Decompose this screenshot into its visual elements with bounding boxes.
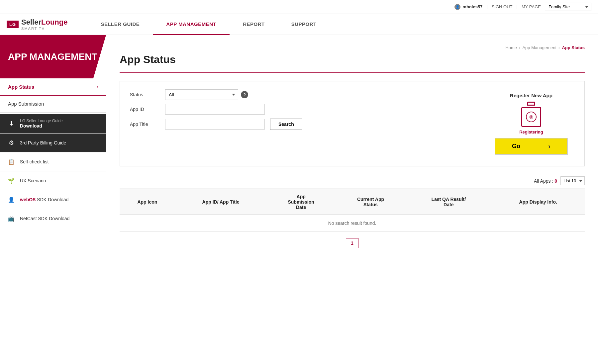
divider2: | (517, 4, 518, 9)
app-title-input[interactable] (165, 119, 265, 130)
pagination: 1 (120, 238, 585, 248)
search-section: Status All Registered In Review Publishe… (120, 81, 585, 166)
no-result-row: No search result found. (120, 215, 585, 231)
go-button-label: Go (512, 143, 520, 150)
logo-seller-lounge: SellerLounge (21, 18, 67, 27)
col-app-id-title: App ID/ App Title (175, 189, 267, 215)
go-chevron-icon: › (548, 142, 550, 150)
search-form: Status All Registered In Review Publishe… (130, 89, 475, 134)
register-area: Register New App ® Registering Go › (488, 89, 574, 158)
app-title-row: App Title Search (130, 119, 475, 130)
breadcrumb-sep1: › (519, 45, 520, 50)
list-select[interactable]: List 10 List 20 List 30 (560, 176, 585, 185)
webos-label: webOS (20, 197, 36, 202)
all-apps-count: 0 (554, 178, 557, 184)
page-title: App Status (120, 53, 585, 66)
nav-items: SELLER GUIDE APP MANAGEMENT REPORT SUPPO… (87, 14, 591, 35)
search-button[interactable]: Search (270, 119, 302, 130)
nav-support[interactable]: SUPPORT (278, 14, 330, 35)
register-icon-handle (527, 102, 535, 106)
ux-icon: 🌱 (7, 176, 16, 185)
go-button[interactable]: Go › (495, 138, 568, 155)
register-icon-box: ® (521, 107, 541, 127)
breadcrumb-app-management: App Management (522, 45, 556, 50)
data-table: App Icon App ID/ App Title AppSubmission… (120, 189, 585, 231)
checklist-icon: 📋 (7, 157, 16, 166)
breadcrumb-home: Home (505, 45, 517, 50)
sidebar: APP MANAGEMENT App Status › App Submissi… (0, 35, 106, 359)
divider: | (486, 4, 487, 9)
mypage-link[interactable]: MY PAGE (522, 4, 541, 9)
title-underline (120, 72, 585, 73)
col-app-icon: App Icon (120, 189, 175, 215)
logo-text: SellerLounge SMART TV (21, 18, 67, 31)
status-select-wrap: All Registered In Review Published Rejec… (165, 89, 248, 100)
logo-smart-tv: SMART TV (21, 27, 67, 31)
ux-scenario-label: UX Scenario (20, 178, 46, 183)
nav-app-management[interactable]: APP MANAGEMENT (153, 14, 230, 35)
col-current-status: Current AppStatus (336, 189, 406, 215)
sidebar-link-lg-guide[interactable]: ⬇ LG Seller Lounge Guide Download (0, 114, 106, 134)
breadcrumb: Home › App Management › App Status (120, 45, 585, 50)
username: mboles57 (462, 4, 482, 9)
table-header-row: App Icon App ID/ App Title AppSubmission… (120, 189, 585, 215)
sidebar-menu: App Status › App Submission (0, 78, 106, 113)
netcast-icon: 📺 (7, 214, 16, 223)
app-id-row: App ID (130, 104, 475, 115)
chevron-right-icon: › (96, 84, 98, 90)
logo-area: LG SellerLounge SMART TV (7, 14, 74, 35)
gear-icon: ⚙ (7, 138, 16, 147)
nav-report[interactable]: REPORT (230, 14, 278, 35)
sidebar-item-app-status[interactable]: App Status › (0, 78, 106, 96)
status-label: Status (130, 92, 160, 97)
user-icon: 👤 (454, 4, 460, 10)
logo-lg: LG (7, 21, 19, 28)
self-check-label: Self-check list (20, 159, 49, 164)
status-select[interactable]: All Registered In Review Published Rejec… (165, 89, 238, 100)
family-site-select[interactable]: Family Site (545, 3, 591, 11)
app-id-input[interactable] (165, 104, 265, 115)
register-icon-inner: ® (526, 112, 537, 122)
sidebar-link-webos-sdk[interactable]: 👤 webOS SDK Download (0, 190, 106, 209)
app-title-label: App Title (130, 122, 160, 127)
page-1-button[interactable]: 1 (346, 238, 358, 248)
sidebar-link-self-check[interactable]: 📋 Self-check list (0, 152, 106, 171)
webos-sdk-label: SDK Download (37, 197, 68, 202)
billing-guide-label: 3rd Party Billing Guide (20, 140, 66, 145)
col-qa-result: Last QA Result/Date (406, 189, 491, 215)
no-result-message: No search result found. (120, 215, 585, 231)
top-bar: 👤 mboles57 | SIGN OUT | MY PAGE Family S… (0, 0, 598, 14)
main-content: Home › App Management › App Status App S… (106, 35, 598, 359)
user-info: 👤 mboles57 (454, 4, 482, 10)
sidebar-item-app-submission[interactable]: App Submission (0, 96, 106, 112)
sidebar-link-netcast-sdk[interactable]: 📺 NetCast SDK Download (0, 209, 106, 228)
register-icon-label: Registering (519, 130, 543, 135)
lg-guide-label: Download (20, 123, 63, 129)
status-row: Status All Registered In Review Publishe… (130, 89, 475, 100)
sidebar-link-billing-guide[interactable]: ⚙ 3rd Party Billing Guide (0, 134, 106, 152)
main-nav: LG SellerLounge SMART TV SELLER GUIDE AP… (0, 14, 598, 35)
all-apps-text: All Apps : (534, 178, 553, 184)
lg-guide-sublabel: LG Seller Lounge Guide (20, 119, 63, 123)
sidebar-links: ⬇ LG Seller Lounge Guide Download ⚙ 3rd … (0, 114, 106, 228)
register-icon-wrap: ® (520, 102, 543, 127)
sidebar-link-ux-scenario[interactable]: 🌱 UX Scenario (0, 171, 106, 190)
register-icon-section: ® Registering (519, 102, 543, 135)
netcast-sdk-label: NetCast SDK Download (20, 216, 69, 221)
breadcrumb-sep2: › (558, 45, 560, 50)
app-id-label: App ID (130, 107, 160, 112)
table-header-row: All Apps : 0 List 10 List 20 List 30 (120, 176, 585, 185)
col-display-info: App Display Info. (491, 189, 585, 215)
breadcrumb-current: App Status (562, 45, 585, 50)
register-title: Register New App (510, 93, 552, 98)
all-apps-label: All Apps : 0 (534, 178, 557, 184)
nav-seller-guide[interactable]: SELLER GUIDE (87, 14, 153, 35)
sidebar-header: APP MANAGEMENT (0, 35, 106, 78)
signout-link[interactable]: SIGN OUT (492, 4, 513, 9)
help-icon[interactable]: ? (241, 91, 248, 98)
logo-lounge: Lounge (41, 18, 67, 26)
download-icon: ⬇ (7, 119, 16, 128)
col-submission-date: AppSubmissionDate (266, 189, 335, 215)
logo-seller: Seller (21, 18, 41, 26)
webos-icon: 👤 (7, 195, 16, 204)
